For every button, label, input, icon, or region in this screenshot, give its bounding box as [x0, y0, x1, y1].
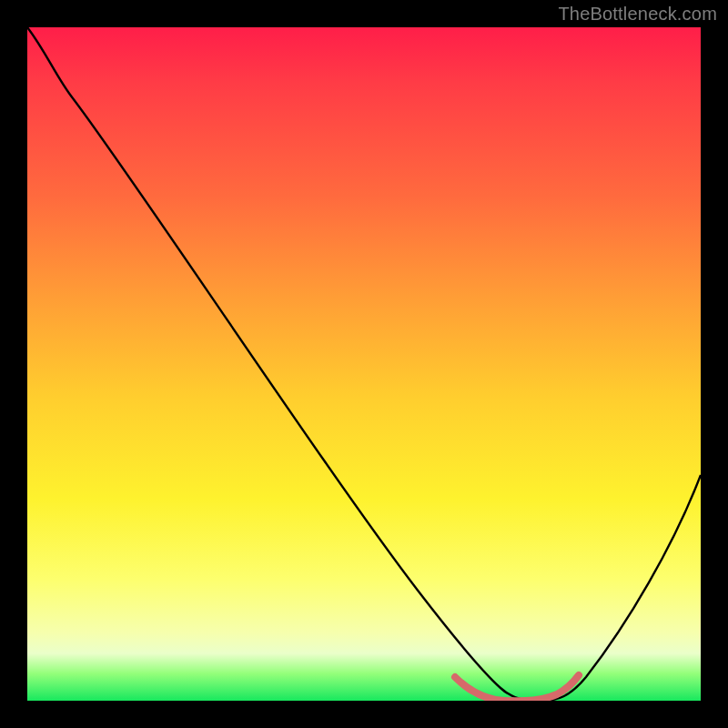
chart-stage: TheBottleneck.com: [0, 0, 728, 728]
watermark-text: TheBottleneck.com: [558, 4, 717, 25]
gradient-panel: [27, 27, 701, 701]
